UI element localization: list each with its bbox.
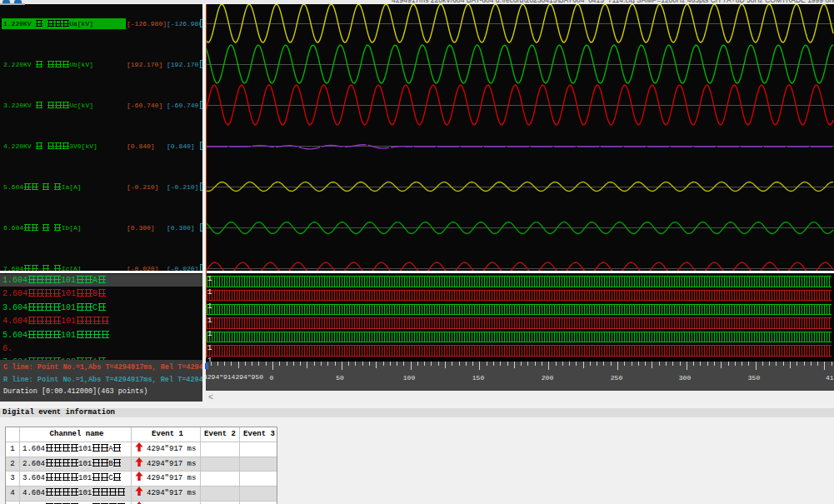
svg-text:250: 250: [611, 374, 623, 382]
svg-text:150: 150: [472, 374, 485, 382]
svg-text:41: 41: [826, 374, 834, 382]
svg-text:300: 300: [679, 374, 692, 382]
svg-text:100: 100: [403, 374, 416, 382]
svg-text:50: 50: [336, 374, 344, 382]
svg-text:0: 0: [270, 374, 274, 382]
svg-text:200: 200: [542, 374, 554, 382]
svg-text:350: 350: [748, 374, 761, 382]
